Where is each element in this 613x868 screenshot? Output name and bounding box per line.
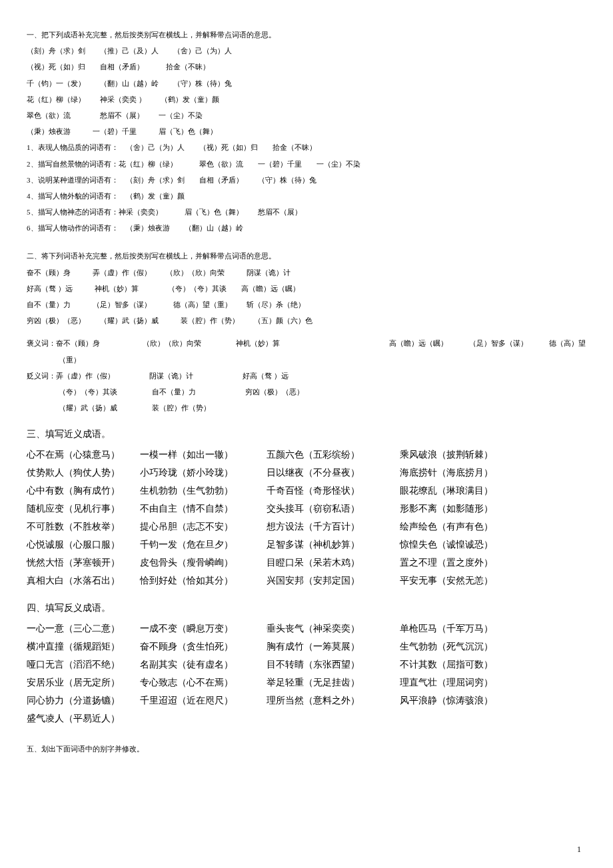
idiom-row: 横冲直撞（循规蹈矩）奋不顾身（贪生怕死）胸有成竹（一筹莫展）生气勃勃（死气沉沉） (27, 638, 586, 655)
idiom-cell: 不可胜数（不胜枚举） (27, 518, 140, 536)
idiom-cell: 一成不变（瞬息万变） (140, 620, 267, 638)
idiom-line: （刻）舟（求）剑 （推）己（及）人 （舍）己（为）人 (27, 43, 586, 59)
idiom-row: 仗势欺人（狗仗人势）小巧玲珑（娇小玲珑）日以继夜（不分昼夜）海底捞针（海底捞月） (27, 464, 586, 482)
idiom-cell: 五颜六色（五彩缤纷） (267, 446, 400, 464)
idiom-cell: 同心协力（分道扬镳） (27, 691, 140, 709)
idiom-line: 好高（骛 ）远 神机（妙）算 （夸）（夸）其谈 高（瞻）远（瞩） (27, 280, 586, 296)
idiom-cell: 海底捞针（海底捞月） (400, 464, 533, 482)
idiom-row: 心不在焉（心猿意马）一模一样（如出一辙）五颜六色（五彩缤纷）乘风破浪（披荆斩棘） (27, 446, 586, 464)
idiom-cell: 乘风破浪（披荆斩棘） (400, 446, 533, 464)
section-4-title: 四、填写反义成语。 (27, 599, 586, 617)
section-2-title: 二、将下列词语补充完整，然后按类别写在横线上，并解释带点词语的意思。 (27, 248, 586, 264)
idiom-cell: 举足轻重（无足挂齿） (267, 673, 400, 691)
idiom-cell: 真相大白（水落石出） (27, 572, 140, 590)
idiom-cell: 目不转睛（东张西望） (267, 655, 400, 673)
idiom-cell: 恍然大悟（茅塞顿开） (27, 554, 140, 572)
idiom-cell: 名副其实（徒有虚名） (140, 655, 267, 673)
negative-item: 阴谋（诡）计 (149, 368, 243, 384)
idiom-cell: 风平浪静（惊涛骇浪） (400, 691, 533, 709)
idiom-cell: 皮包骨头（瘦骨嶙峋） (140, 554, 267, 572)
idiom-cell: 胸有成竹（一筹莫展） (267, 638, 400, 655)
idiom-cell: 惊惶失色（诚惶诚恐） (400, 536, 533, 554)
idiom-cell: 小巧玲珑（娇小玲珑） (140, 464, 267, 482)
idiom-cell: 足智多谋（神机妙算） (267, 536, 400, 554)
idiom-row: 恍然大悟（茅塞顿开）皮包骨头（瘦骨嶙峋）目瞪口呆（呆若木鸡）置之不理（置之度外） (27, 554, 586, 572)
category-line: 1、表现人物品质的词语有： （舍）己（为）人 （视）死（如）归 拾金（不昧） (27, 139, 586, 155)
idiom-cell: 绘声绘色（有声有色） (400, 518, 533, 536)
idiom-cell: 安居乐业（居无定所） (27, 673, 140, 691)
idiom-row: 盛气凌人（平易近人） (27, 709, 586, 727)
section-3-title: 三、填写近义成语。 (27, 425, 586, 443)
idiom-cell: 目瞪口呆（呆若木鸡） (267, 554, 400, 572)
section-2: 二、将下列词语补充完整，然后按类别写在横线上，并解释带点词语的意思。 奋不（顾）… (27, 248, 586, 416)
idiom-line: 奋不（顾）身 弄（虚）作（假） （欣）（欣）向荣 阴谋（诡）计 (27, 264, 586, 280)
positive-item: （欣）（欣）向荣 (143, 335, 236, 351)
idiom-cell: 交头接耳（窃窃私语） (267, 500, 400, 518)
idiom-cell: 生机勃勃（生气勃勃） (140, 482, 267, 500)
negative-item: 装（腔）作（势） (152, 404, 211, 412)
idiom-cell: 哑口无言（滔滔不绝） (27, 655, 140, 673)
idiom-row: 心悦诚服（心服口服）千钧一发（危在旦夕）足智多谋（神机妙算）惊惶失色（诚惶诚恐） (27, 536, 586, 554)
section-1-title: 一、把下列成语补充完整，然后按类别写在横线上，并解释带点词语的意思。 (27, 27, 586, 43)
idiom-line: 千（钧）一（发） （翻）山（越）岭 （守）株（待）兔 (27, 75, 586, 91)
positive-item: （足）智多（谋） (469, 335, 549, 351)
idiom-cell: 千里迢迢（近在咫尺） (140, 691, 267, 709)
category-line: 3、说明某种道理的词语有： （刻）舟（求）剑 自相（矛盾） （守）株（待）兔 (27, 172, 586, 188)
positive-cont: （重） (27, 352, 586, 368)
idiom-cell: 专心致志（心不在焉） (140, 673, 267, 691)
idiom-cell: 心悦诚服（心服口服） (27, 536, 140, 554)
idiom-cell: 单枪匹马（千军万马） (400, 620, 533, 638)
idiom-cell: 形影不离（如影随形） (400, 500, 533, 518)
negative-item: 弄（虚）作（假） (56, 368, 149, 384)
idiom-row: 随机应变（见机行事）不由自主（情不自禁）交头接耳（窃窃私语）形影不离（如影随形） (27, 500, 586, 518)
idiom-line: 穷凶（极）（恶） （耀）武（扬）威 装（腔）作（势） （五）颜（六）色 (27, 312, 586, 328)
positive-item: 神机（妙）算 (236, 335, 389, 351)
idiom-cell: 理所当然（意料之外） (267, 691, 400, 709)
idiom-row: 同心协力（分道扬镳）千里迢迢（近在咫尺）理所当然（意料之外）风平浪静（惊涛骇浪） (27, 691, 586, 709)
idiom-cell: 平安无事（安然无恙） (400, 572, 533, 590)
idiom-row: 心中有数（胸有成竹）生机勃勃（生气勃勃）千奇百怪（奇形怪状）眼花缭乱（琳琅满目） (27, 482, 586, 500)
idiom-cell: 千奇百怪（奇形怪状） (267, 482, 400, 500)
negative-item: 自不（量）力 (152, 384, 245, 400)
idiom-cell: 生气勃勃（死气沉沉） (400, 638, 533, 655)
idiom-cell: 眼花缭乱（琳琅满目） (400, 482, 533, 500)
negative-item: （夸）（夸）其谈 (59, 384, 152, 400)
negative-item: （耀）武（扬）威 (59, 400, 152, 416)
negative-row-3: （耀）武（扬）威装（腔）作（势） (27, 400, 586, 416)
positive-item: 德（高）望 (549, 339, 586, 347)
idiom-cell: 心不在焉（心猿意马） (27, 446, 140, 464)
idiom-cell: 横冲直撞（循规蹈矩） (27, 638, 140, 655)
idiom-cell: 兴国安邦（安邦定国） (267, 572, 400, 590)
idiom-row: 一心一意（三心二意）一成不变（瞬息万变）垂头丧气（神采奕奕）单枪匹马（千军万马） (27, 620, 586, 638)
category-line: 6、描写人物动作的词语有： （秉）烛夜游 （翻）山（越）岭 (27, 220, 586, 236)
idiom-cell: 一模一样（如出一辙） (140, 446, 267, 464)
section-4-body: 一心一意（三心二意）一成不变（瞬息万变）垂头丧气（神采奕奕）单枪匹马（千军万马）… (27, 620, 586, 727)
idiom-line: （秉）烛夜游 一（碧）千里 眉（飞）色（舞） (27, 123, 586, 139)
idiom-cell: 不计其数（屈指可数） (400, 655, 533, 673)
idiom-cell: 垂头丧气（神采奕奕） (267, 620, 400, 638)
idiom-cell: 日以继夜（不分昼夜） (267, 464, 400, 482)
section-1: 一、把下列成语补充完整，然后按类别写在横线上，并解释带点词语的意思。 （刻）舟（… (27, 27, 586, 236)
idiom-row: 安居乐业（居无定所）专心致志（心不在焉）举足轻重（无足挂齿）理直气壮（理屈词穷） (27, 673, 586, 691)
section-5-title: 五、划出下面词语中的别字并修改。 (27, 741, 586, 757)
idiom-line: 自不（量）力 （足）智多（谋） 德（高）望（重） 斩（尽）杀（绝） (27, 296, 586, 312)
idiom-row: 哑口无言（滔滔不绝）名副其实（徒有虚名）目不转睛（东张西望）不计其数（屈指可数） (27, 655, 586, 673)
positive-item: 高（瞻）远（瞩） (389, 335, 469, 351)
idiom-cell: 盛气凌人（平易近人） (27, 709, 140, 727)
idiom-cell: 想方设法（千方百计） (267, 518, 400, 536)
idiom-row: 真相大白（水落石出）恰到好处（恰如其分）兴国安邦（安邦定国）平安无事（安然无恙） (27, 572, 586, 590)
negative-row-1: 贬义词：弄（虚）作（假）阴谋（诡）计好高（骛 ）远 (27, 368, 586, 384)
idiom-cell: 千钧一发（危在旦夕） (140, 536, 267, 554)
idiom-row: 不可胜数（不胜枚举）提心吊胆（志忑不安）想方设法（千方百计）绘声绘色（有声有色） (27, 518, 586, 536)
idiom-line: （视）死（如）归 自相（矛盾） 拾金（不昧） (27, 59, 586, 75)
idiom-cell: 仗势欺人（狗仗人势） (27, 464, 140, 482)
section-3-body: 心不在焉（心猿意马）一模一样（如出一辙）五颜六色（五彩缤纷）乘风破浪（披荆斩棘）… (27, 446, 586, 590)
category-line: 5、描写人物神态的词语有：神采（奕奕） 眉（飞）色（舞） 愁眉不（展） (27, 204, 586, 220)
idiom-cell: 不由自主（情不自禁） (140, 500, 267, 518)
idiom-line: 花（红）柳（绿） 神采（奕奕 ） （鹤）发（童）颜 (27, 91, 586, 107)
positive-label: 褒义词： (27, 339, 56, 347)
idiom-cell: 置之不理（置之度外） (400, 554, 533, 572)
negative-item: 穷凶（极）（恶） (245, 388, 304, 396)
positive-item: 奋不（顾）身 (56, 335, 143, 351)
idiom-cell: 恰到好处（恰如其分） (140, 572, 267, 590)
